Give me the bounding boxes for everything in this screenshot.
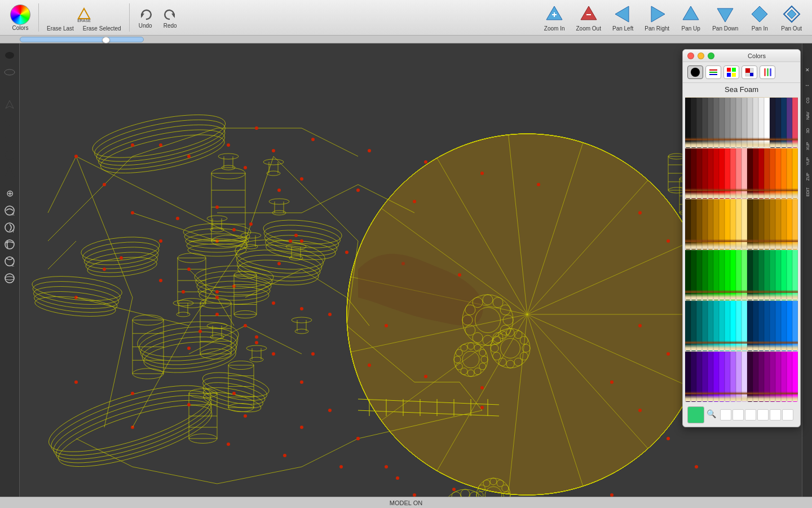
pencil-color[interactable] [685,148,691,199]
rotate-z-tool[interactable]: Z [1,253,18,269]
pan-up-group[interactable]: Pan Up [675,2,707,34]
pencil-color[interactable] [725,249,730,300]
panel-maximize-button[interactable] [708,52,714,59]
pencil-color[interactable] [758,249,764,300]
pencil-color[interactable] [685,300,691,351]
pencil-color[interactable] [753,300,758,351]
pencil-color[interactable] [719,249,725,300]
pencil-color[interactable] [742,300,747,351]
pencil-color[interactable] [787,249,792,300]
progress-thumb[interactable] [102,37,110,43]
pencil-color[interactable] [713,148,719,199]
pencil-color[interactable] [753,249,758,300]
zoom-in-group[interactable]: Zoom In [539,2,571,34]
pencil-color[interactable] [764,351,770,402]
pencil-color[interactable] [719,199,725,249]
pencil-color[interactable] [764,199,770,249]
pencil-color[interactable] [792,97,798,148]
pencil-color[interactable] [736,249,742,300]
pencil-color[interactable] [781,351,787,402]
pencil-color[interactable] [708,148,713,199]
pencil-color[interactable] [758,97,764,148]
pencil-color[interactable] [696,199,702,249]
right-nav-zup[interactable]: ZUP [803,169,812,184]
pencil-color[interactable] [742,249,747,300]
pencil-color[interactable] [725,199,730,249]
pencil-color[interactable] [736,300,742,351]
pencil-color[interactable] [702,249,708,300]
pencil-color[interactable] [775,148,781,199]
pan-in-group[interactable]: Pan In [744,2,775,34]
pencil-color[interactable] [787,148,792,199]
pencil-color[interactable] [792,249,798,300]
brush-tool[interactable] [1,46,18,62]
pencil-color[interactable] [758,148,764,199]
orbit-tool[interactable] [1,270,18,286]
pencil-color[interactable] [713,97,719,148]
right-nav-edit[interactable]: EDIT [803,185,812,199]
pencil-color[interactable] [685,199,691,249]
pencil-color[interactable] [747,249,753,300]
pencil-color[interactable] [730,199,736,249]
tab-palettes[interactable] [723,65,739,79]
pencil-color[interactable] [764,249,770,300]
pencil-color[interactable] [758,351,764,402]
empty-swatch-5[interactable] [770,409,781,421]
right-nav-nav[interactable]: NAV [803,108,812,123]
pencil-color[interactable] [736,97,742,148]
pencil-color[interactable] [713,351,719,402]
pencil-color[interactable] [719,148,725,199]
pencil-color[interactable] [775,199,781,249]
pencil-color[interactable] [792,300,798,351]
erase-selected-label[interactable]: Erase Selected [83,25,121,32]
redo-button[interactable]: Redo [162,7,178,29]
pencil-color[interactable] [730,97,736,148]
pencil-color[interactable] [730,300,736,351]
pencil-color[interactable] [787,199,792,249]
pencil-color[interactable] [742,97,747,148]
zoom-out-group[interactable]: Zoom Out [571,2,607,34]
panel-minimize-button[interactable] [698,52,704,59]
pan-left-group[interactable]: Pan Left [607,2,639,34]
pencil-color[interactable] [696,249,702,300]
pencil-color[interactable] [691,199,696,249]
pencil-color[interactable] [691,300,696,351]
rotate-y-tool[interactable]: Y [1,220,18,235]
pencil-color[interactable] [708,249,713,300]
pencil-color[interactable] [691,148,696,199]
pencil-color[interactable] [736,351,742,402]
pencil-color[interactable] [747,300,753,351]
pan-out-group[interactable]: Pan Out [775,2,807,34]
right-nav-3d[interactable]: 3D [803,124,812,138]
erase-last-label[interactable]: Erase Last [47,25,74,32]
pencil-color[interactable] [781,97,787,148]
pencil-color[interactable] [742,351,747,402]
pencil-color[interactable] [736,148,742,199]
pencil-color[interactable] [702,199,708,249]
pencil-color[interactable] [764,300,770,351]
undo-button[interactable]: Undo [138,7,153,29]
panel-close-button[interactable] [687,52,694,59]
pencil-color[interactable] [708,97,713,148]
pencil-color[interactable] [685,351,691,402]
tab-image[interactable] [742,65,757,79]
pencil-color[interactable] [691,351,696,402]
right-nav-cg[interactable]: CG [803,93,812,108]
pencil-color[interactable] [758,199,764,249]
eyedropper-button[interactable]: 🔍 [707,409,718,421]
pan-down-group[interactable]: Pan Down [707,2,744,34]
pencil-color[interactable] [753,351,758,402]
pencil-color[interactable] [730,351,736,402]
pencil-color[interactable] [764,148,770,199]
right-nav-yup[interactable]: YUP [803,154,812,169]
flat-tool[interactable] [1,80,18,95]
pencil-color[interactable] [781,199,787,249]
pencil-color[interactable] [747,199,753,249]
pencil-color[interactable] [708,300,713,351]
empty-swatch-6[interactable] [782,409,793,421]
pencil-color[interactable] [685,249,691,300]
right-nav-xup[interactable]: XUP [803,139,812,154]
tab-crayons[interactable] [760,65,775,79]
right-tool-x[interactable]: ✕ [803,63,812,77]
pencil-color[interactable] [781,148,787,199]
